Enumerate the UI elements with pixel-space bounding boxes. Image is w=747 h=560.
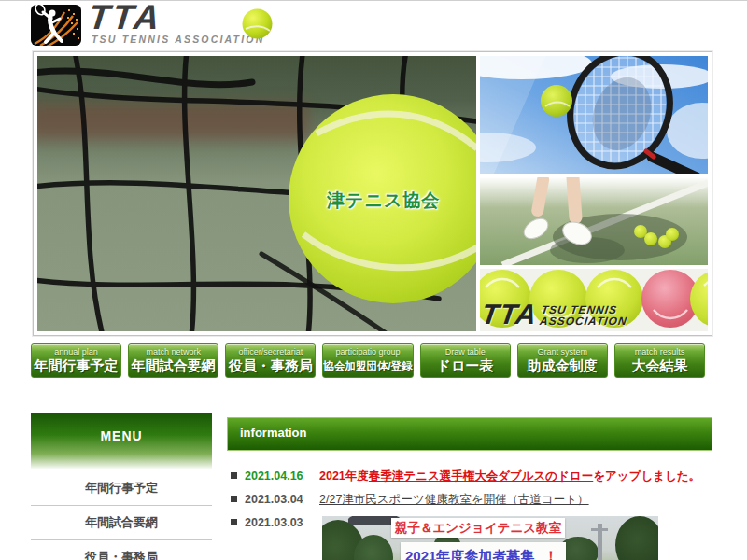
news-link-draw[interactable]: 春季津テニス選手権大会ダブルスのドロー	[369, 469, 593, 483]
hero-overlay-title: 津テニス協会	[327, 189, 440, 213]
news-link-health-class[interactable]: 2/27津市民スポーツ健康教室を開催（古道コート）	[319, 493, 589, 506]
bullet-square-icon	[231, 472, 237, 479]
nav-button-officer-secretariat[interactable]: officer/secretariat 役員・事務局	[225, 343, 316, 378]
nav-label-en: Grant system	[518, 347, 607, 357]
nav-label-jp: 助成金制度	[518, 357, 607, 375]
utility-pole-arm	[591, 528, 608, 531]
sidebar-item-annual-plan[interactable]: 年間行事予定	[31, 471, 212, 506]
nav-label-jp: 協会加盟団体/登録	[323, 357, 412, 375]
nav-label-jp: 大会結果	[615, 357, 704, 375]
sidebar-item-officer-secretariat[interactable]: 役員・事務局	[31, 540, 212, 560]
tennis-player-silhouette-icon	[31, 5, 81, 46]
news-date: 2021.03.04	[245, 493, 319, 506]
news-date: 2021.04.16	[245, 469, 319, 483]
nav-label-jp: 役員・事務局	[226, 357, 315, 375]
hero-watermark-line2: ASSOCIATION	[539, 315, 627, 328]
nav-label-en: match results	[615, 347, 704, 357]
nav-button-participation-group[interactable]: participatio group 協会加盟団体/登録	[322, 343, 413, 378]
site-title: TTA	[87, 0, 164, 37]
bullet-square-icon	[231, 496, 237, 502]
site-subtitle: TSU TENNIS ASSOCIATION	[92, 34, 265, 45]
news-item: 2021.03.04 2/27津市民スポーツ健康教室を開催（古道コート）	[227, 493, 712, 506]
photo-banner-recruit: 2021年度参加者募集！	[401, 542, 566, 560]
nav-label-en: annual plan	[32, 347, 120, 357]
hero-photo-ball-in-net: 津テニス協会	[37, 56, 476, 331]
nav-button-annual-plan[interactable]: annual plan 年間行事予定	[31, 343, 121, 378]
nav-button-match-network[interactable]: match network 年間試合要網	[128, 343, 218, 378]
news-item: 2021.04.16 2021年度春季津テニス選手権大会ダブルスのドローをアップ…	[227, 469, 712, 483]
tennis-ball-icon	[242, 8, 273, 39]
sidebar: MENU 年間行事予定 年間試合要網 役員・事務局	[31, 413, 212, 560]
hero-photo-racket-sky	[480, 56, 708, 174]
information-header: information	[227, 417, 712, 451]
nav-label-en: match network	[129, 347, 218, 357]
sidebar-menu-list: 年間行事予定 年間試合要網 役員・事務局	[31, 471, 212, 560]
information-title: information	[240, 426, 307, 440]
main-nav: annual plan 年間行事予定 match network 年間試合要網 …	[31, 343, 705, 378]
news-text: 2021年度春季津テニス選手権大会ダブルスのドローをアップしました。	[319, 469, 700, 483]
hero-watermark: TTATSU TENNISASSOCIATION	[482, 301, 628, 329]
tree	[615, 516, 658, 560]
sidebar-menu-header: MENU	[31, 413, 212, 469]
nav-label-jp: ドロー表	[421, 357, 510, 375]
nav-label-en: Draw table	[421, 347, 510, 357]
nav-label-en: officer/secretariat	[226, 347, 315, 357]
nav-label-en: participatio group	[323, 347, 412, 357]
nav-button-grant-system[interactable]: Grant system 助成金制度	[517, 343, 608, 378]
photo-banner-title: 親子＆エンジョイテニス教室	[391, 518, 565, 538]
news-date: 2021.03.03	[245, 516, 319, 529]
nav-label-jp: 年間試合要網	[129, 357, 218, 375]
nav-button-match-results[interactable]: match results 大会結果	[614, 343, 705, 378]
hero-photo-ball-row: TTATSU TENNISASSOCIATION	[480, 269, 708, 331]
nav-button-draw-table[interactable]: Draw table ドロー表	[420, 343, 511, 378]
hero-collage: 津テニス協会	[33, 51, 712, 336]
sidebar-item-match-network[interactable]: 年間試合要網	[31, 506, 212, 540]
logo-player-icon[interactable]	[31, 5, 81, 46]
hero-watermark-acronym: TTA	[480, 301, 539, 329]
sidebar-menu-title: MENU	[100, 428, 142, 443]
bullet-square-icon	[231, 519, 237, 525]
hero-photo-player-feet	[480, 177, 708, 265]
nav-label-jp: 年間行事予定	[32, 357, 120, 375]
hero-right-column: TTATSU TENNISASSOCIATION	[480, 56, 708, 331]
news-photo-tennis-class[interactable]: 親子＆エンジョイテニス教室 2021年度参加者募集！	[322, 516, 658, 560]
